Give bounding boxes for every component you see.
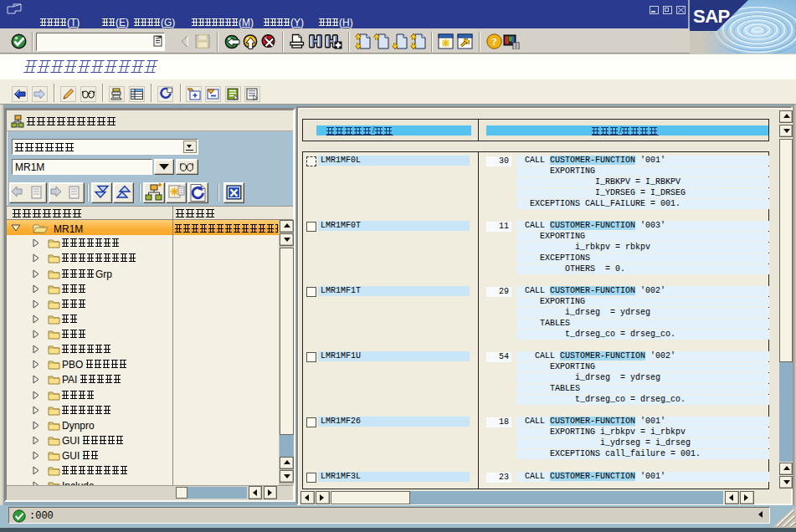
svg-text:?: ? xyxy=(491,35,497,48)
